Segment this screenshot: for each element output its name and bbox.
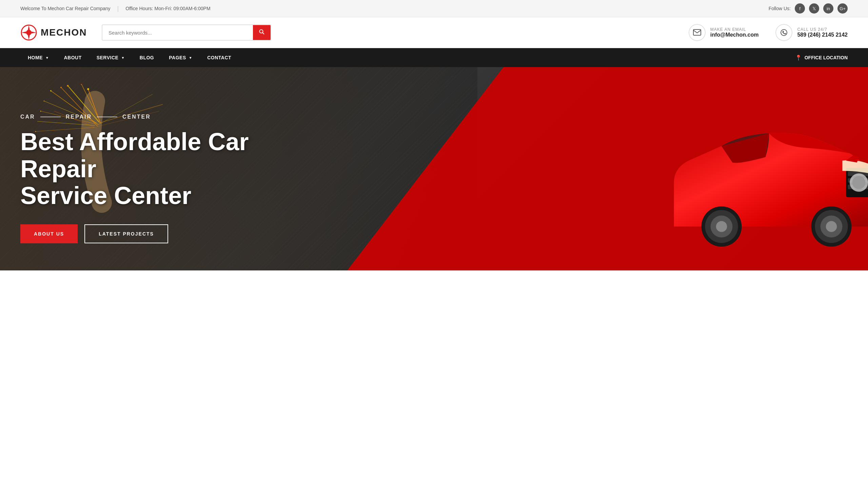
pages-dropdown-arrow: ▼ [189, 56, 192, 60]
nav-pages[interactable]: PAGES ▼ [161, 48, 200, 67]
email-info: MAKE AN EMAIL info@Mechon.com [710, 27, 759, 38]
nav-contact[interactable]: CONTACT [200, 48, 239, 67]
email-icon [689, 24, 706, 41]
office-location-label: OFFICE LOCATION [805, 55, 848, 60]
search-bar [102, 24, 271, 41]
phone-info: CALL US 24/7 589 (246) 2145 2142 [797, 27, 848, 38]
latest-projects-button[interactable]: LATEST PROJECTS [84, 224, 168, 243]
phone-label: CALL US 24/7 [797, 27, 848, 32]
nav-items: HOME ▼ ABOUT SERVICE ▼ BLOG PAGES ▼ CONT… [20, 48, 239, 67]
twitter-icon[interactable]: 𝕏 [809, 3, 819, 14]
svg-line-3 [262, 33, 264, 34]
phone-value: 589 (246) 2145 2142 [797, 32, 848, 38]
subtitle-line-2 [97, 117, 117, 117]
svg-point-40 [826, 221, 837, 232]
search-input[interactable] [102, 26, 253, 40]
hero-content: CAR REPAIR CENTER Best Affordable Car Re… [20, 114, 292, 243]
hero-section: CAR REPAIR CENTER Best Affordable Car Re… [0, 67, 868, 270]
email-value: info@Mechon.com [710, 32, 759, 38]
header: MECHON MAKE AN EMAIL info@Mechon.com [0, 17, 868, 48]
logo-text: MECHON [41, 27, 87, 38]
hero-subtitle-repair: REPAIR [66, 114, 92, 120]
hero-car-svg [434, 87, 868, 270]
about-us-button[interactable]: ABOUT US [20, 224, 78, 243]
search-icon [259, 29, 264, 35]
hero-subtitle-car: CAR [20, 114, 35, 120]
top-bar: Welcome To Mechon Car Repair Company | O… [0, 0, 868, 17]
location-pin-icon: 📍 [795, 55, 802, 61]
svg-point-1 [26, 30, 32, 35]
google-plus-icon[interactable]: G+ [837, 3, 848, 14]
service-dropdown-arrow: ▼ [121, 56, 124, 60]
divider: | [117, 5, 119, 12]
hero-subtitle-center: CENTER [122, 114, 151, 120]
hero-title-line2: Service Center [20, 182, 191, 209]
follow-label: Follow Us: [769, 6, 791, 11]
nav-service[interactable]: SERVICE ▼ [89, 48, 132, 67]
facebook-icon[interactable]: f [795, 3, 805, 14]
nav-blog[interactable]: BLOG [132, 48, 161, 67]
svg-rect-4 [693, 29, 701, 35]
hero-title-line1: Best Affordable Car Repair [20, 128, 249, 182]
nav-home[interactable]: HOME ▼ [20, 48, 56, 67]
email-label: MAKE AN EMAIL [710, 27, 759, 32]
office-hours: Office Hours: Mon-Fri: 09:00AM-6:00PM [125, 6, 210, 11]
main-nav: HOME ▼ ABOUT SERVICE ▼ BLOG PAGES ▼ CONT… [0, 48, 868, 67]
subtitle-line-1 [40, 117, 61, 117]
nav-about[interactable]: ABOUT [56, 48, 89, 67]
svg-point-36 [716, 221, 727, 232]
svg-point-5 [781, 29, 787, 36]
top-bar-left: Welcome To Mechon Car Repair Company | O… [20, 5, 211, 12]
welcome-text: Welcome To Mechon Car Repair Company [20, 6, 111, 11]
phone-icon [775, 24, 792, 41]
top-bar-right: Follow Us: f 𝕏 in G+ [769, 3, 848, 14]
logo[interactable]: MECHON [20, 24, 88, 41]
hero-subtitle: CAR REPAIR CENTER [20, 114, 292, 120]
email-contact: MAKE AN EMAIL info@Mechon.com [689, 24, 759, 41]
logo-icon [20, 24, 37, 41]
search-button[interactable] [253, 25, 271, 40]
home-dropdown-arrow: ▼ [45, 56, 49, 60]
linkedin-icon[interactable]: in [823, 3, 833, 14]
hero-buttons: ABOUT US LATEST PROJECTS [20, 224, 292, 243]
phone-contact: CALL US 24/7 589 (246) 2145 2142 [775, 24, 848, 41]
svg-point-32 [852, 176, 866, 189]
hero-title: Best Affordable Car Repair Service Cente… [20, 128, 292, 209]
office-location-nav[interactable]: 📍 OFFICE LOCATION [795, 55, 848, 61]
header-contacts: MAKE AN EMAIL info@Mechon.com CALL US 24… [689, 24, 848, 41]
